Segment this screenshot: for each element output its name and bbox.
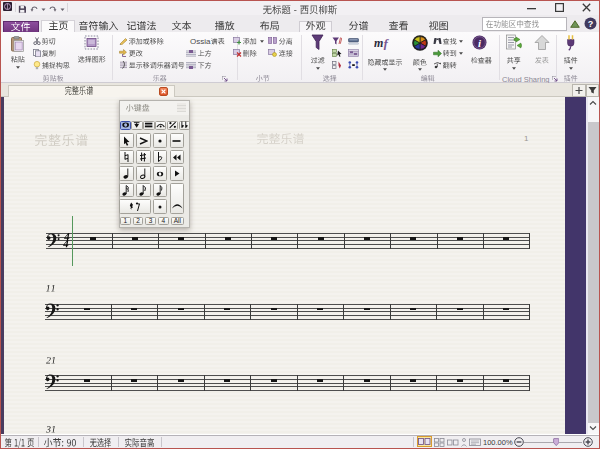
svg-text:f: f [384, 36, 390, 50]
svg-text:m: m [374, 36, 383, 50]
svg-text:?: ? [587, 19, 593, 29]
